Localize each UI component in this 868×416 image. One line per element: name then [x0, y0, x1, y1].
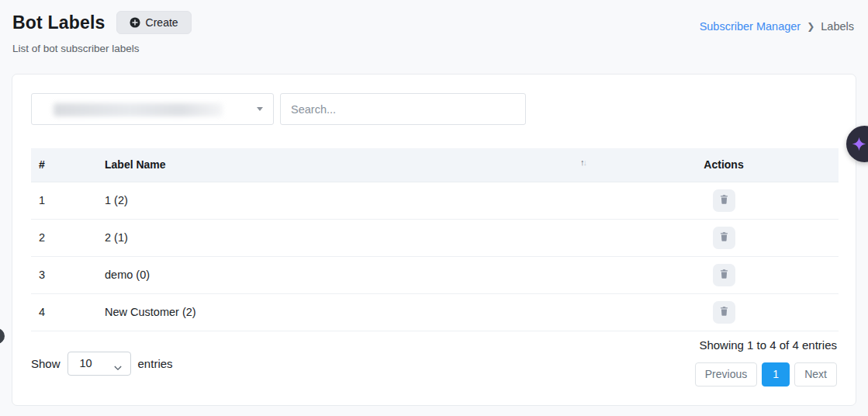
label-name: demo (0) [97, 256, 609, 293]
breadcrumb: Subscriber Manager ❯ Labels [700, 20, 854, 33]
bot-select[interactable] [31, 93, 274, 125]
delete-button[interactable] [713, 264, 735, 286]
previous-page-button[interactable]: Previous [695, 362, 757, 387]
edge-widget-button[interactable] [0, 328, 5, 344]
row-number: 2 [31, 219, 97, 256]
row-number: 4 [31, 293, 97, 331]
page-1-button[interactable]: 1 [762, 362, 790, 387]
delete-button[interactable] [713, 189, 735, 212]
create-button-label: Create [146, 16, 178, 29]
show-label: Show [31, 357, 61, 370]
pagination: Previous 1 Next [695, 362, 837, 387]
label-name: New Customer (2) [97, 293, 609, 331]
column-header-actions: Actions [609, 148, 839, 182]
breadcrumb-current: Labels [821, 20, 854, 33]
row-number: 1 [31, 182, 97, 219]
bot-select-redacted-value [54, 103, 223, 116]
delete-button[interactable] [713, 301, 735, 324]
column-header-label-name[interactable]: Label Name ↑↓ [97, 148, 609, 182]
label-name: 2 (1) [97, 219, 609, 256]
chevron-down-icon [114, 361, 122, 366]
sort-icon[interactable]: ↑↓ [580, 158, 586, 167]
table-row: 2 2 (1) [31, 219, 839, 256]
trash-icon [719, 306, 729, 319]
labels-card: # Label Name ↑↓ Actions 1 1 (2) [12, 74, 856, 406]
filter-row [31, 93, 837, 125]
table-footer: Show 10 entries Showing 1 to 4 of 4 entr… [31, 338, 837, 387]
table-row: 4 New Customer (2) [31, 293, 839, 331]
caret-down-icon [257, 107, 263, 111]
page-size-select[interactable]: 10 [67, 352, 131, 376]
trash-icon [719, 231, 729, 244]
plus-circle-icon [130, 17, 140, 28]
delete-button[interactable] [713, 227, 735, 249]
breadcrumb-link-subscriber-manager[interactable]: Subscriber Manager [700, 20, 801, 33]
sparkle-icon [851, 136, 867, 152]
search-input[interactable] [280, 93, 526, 125]
page-title: Bot Labels [12, 12, 105, 33]
trash-icon [719, 194, 729, 207]
column-header-number: # [31, 148, 97, 182]
entries-label: entries [138, 357, 173, 370]
page-header: Bot Labels Create List of bot subscriber… [12, 11, 856, 54]
table-row: 1 1 (2) [31, 182, 839, 219]
page: Bot Labels Create List of bot subscriber… [0, 0, 868, 416]
table-header-row: # Label Name ↑↓ Actions [31, 148, 839, 182]
page-subtitle: List of bot subscriber labels [12, 43, 856, 54]
labels-table: # Label Name ↑↓ Actions 1 1 (2) [31, 148, 839, 331]
showing-status: Showing 1 to 4 of 4 entries [699, 338, 837, 352]
create-button[interactable]: Create [116, 11, 192, 34]
label-name: 1 (2) [97, 182, 609, 219]
next-page-button[interactable]: Next [794, 362, 837, 387]
chevron-right-icon: ❯ [807, 21, 814, 32]
page-size-control: Show 10 entries [31, 341, 173, 387]
page-size-value: 10 [80, 357, 92, 369]
trash-icon [719, 269, 729, 282]
table-row: 3 demo (0) [31, 256, 839, 293]
row-number: 3 [31, 256, 97, 293]
